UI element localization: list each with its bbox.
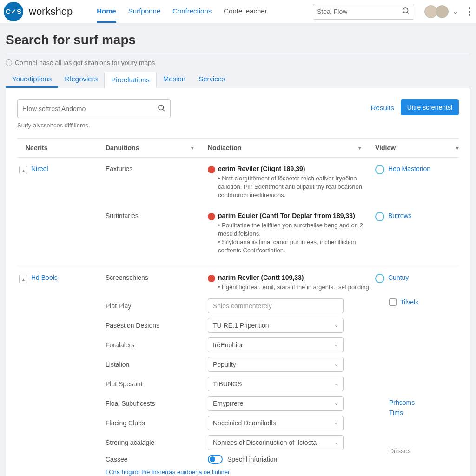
form-label: Flacing Clubs	[106, 419, 208, 427]
svg-point-2	[159, 105, 164, 110]
chevron-down-icon[interactable]: ▾	[358, 145, 361, 151]
action-link[interactable]: Butrows	[388, 212, 412, 219]
item-description: • Nrst clorgtirëment of löceeter reich e…	[218, 174, 375, 200]
global-search[interactable]	[313, 4, 414, 20]
user-avatars[interactable]: ⌄	[427, 5, 461, 18]
page-subtitle: Comnel hase all ias got sitanlons tor yo…	[15, 59, 155, 66]
chevron-down-icon: ⌄	[334, 322, 338, 328]
row-category: Screenschiens	[106, 274, 208, 298]
side-link[interactable]: Prhsoms	[389, 399, 459, 406]
select-dropdown[interactable]: IréEnohior⌄	[208, 337, 344, 352]
toggle-switch[interactable]	[208, 455, 223, 464]
filter-search[interactable]	[17, 99, 171, 118]
top-bar: C✓S workshop Home Surfponne Confrections…	[0, 0, 476, 23]
svg-line-3	[163, 109, 164, 111]
tab-pireeltations[interactable]: Pireeltations	[104, 72, 157, 88]
svg-point-0	[403, 8, 408, 13]
results-link[interactable]: Results	[371, 104, 394, 112]
form-label: Paséstion Desions	[106, 322, 208, 329]
form-label: Listalion	[106, 361, 208, 368]
page-subtitle-row: Comnel hase all ias got sitanlons tor yo…	[6, 59, 470, 66]
select-dropdown[interactable]: Noceinied Deamiladls⌄	[208, 416, 344, 430]
comment-input[interactable]: Shles commenterely	[208, 298, 344, 313]
page-title: Search for surf maps	[6, 33, 470, 47]
nav-conte-leacher[interactable]: Conte leacher	[224, 0, 267, 23]
page-content: Search for surf maps Comnel hase all ias…	[0, 23, 476, 476]
table-row: ▴ Hd Bools Screenschiens narim Revller (…	[17, 266, 459, 476]
status-marker-icon	[208, 275, 215, 282]
chevron-down-icon: ⌄	[334, 400, 338, 406]
app-brand: workshop	[29, 6, 73, 18]
item-title: narim Revller (Cantt 109,33)	[218, 274, 370, 281]
chevron-down-icon: ⌄	[334, 439, 338, 445]
form-label: Strering acalagle	[106, 439, 208, 446]
form-label: Cassee	[106, 456, 208, 463]
top-nav: Home Surfponne Confrections Conte leache…	[97, 0, 267, 23]
tab-yourstiptions[interactable]: Yourstiptions	[6, 71, 58, 88]
row-name-link[interactable]: Nireel	[31, 165, 48, 172]
radio-icon[interactable]	[6, 60, 12, 66]
tab-mosion[interactable]: Mosion	[157, 71, 192, 88]
select-dropdown[interactable]: TIBUNGS⌄	[208, 377, 344, 391]
filter-search-input[interactable]	[22, 105, 157, 112]
tab-bar: Yourstiptions Rlegoviers Pireeltations M…	[6, 71, 470, 88]
form-label: Plät Play	[106, 302, 208, 310]
more-menu-icon[interactable]	[467, 6, 472, 18]
status-marker-icon	[208, 166, 215, 173]
global-search-input[interactable]	[317, 8, 402, 15]
chevron-down-icon[interactable]: ▾	[191, 145, 194, 151]
side-link[interactable]: Tims	[389, 409, 459, 416]
chevron-down-icon[interactable]: ▾	[456, 145, 459, 151]
table-row: Surtintaries parim Eduler (Cantt Tor Dep…	[17, 205, 459, 267]
main-panel: Surfy alvcsehces diffilieres. Results Ui…	[6, 88, 470, 476]
svg-line-1	[407, 12, 409, 13]
select-dropdown[interactable]: TU RE.1 Priperition⌄	[208, 318, 344, 333]
nav-surfponne[interactable]: Surfponne	[128, 0, 160, 23]
row-category: Eaxturies	[106, 165, 208, 200]
col-danuitions[interactable]: Danuitions	[106, 144, 139, 152]
row-category: Surtintaries	[106, 212, 208, 255]
filter-hint: Surfy alvcsehces diffilieres.	[17, 122, 171, 129]
form-label: Plut Spesunt	[106, 380, 208, 388]
col-neerits[interactable]: Neerits	[17, 144, 106, 152]
radio-icon[interactable]	[375, 165, 384, 174]
col-nodiaction[interactable]: Nodiaction	[208, 144, 241, 152]
item-title: eerim Reviler (Ciignt 189,39)	[218, 165, 375, 172]
nav-home[interactable]: Home	[97, 0, 116, 23]
radio-icon[interactable]	[375, 274, 384, 283]
filter-bar: Surfy alvcsehces diffilieres. Results Ui…	[17, 99, 459, 129]
table-row: ▴ Nireel Eaxturies eerim Reviler (Ciignt…	[17, 158, 459, 205]
search-icon[interactable]	[402, 7, 410, 17]
row-name-link[interactable]: Hd Bools	[31, 274, 58, 281]
action-link[interactable]: Hep Masterion	[388, 165, 430, 172]
side-link[interactable]: Tilvels	[400, 298, 418, 306]
chevron-down-icon: ⌄	[334, 361, 338, 367]
divider	[6, 54, 470, 54]
col-vidiew[interactable]: Vidiew	[375, 144, 396, 152]
search-icon[interactable]	[157, 104, 165, 114]
expand-icon[interactable]: ▴	[19, 275, 27, 283]
primary-action-button[interactable]: Uitre screnentsl	[401, 99, 459, 115]
footer-link[interactable]: LCna hogino the firsrerras euidoena oe l…	[106, 469, 230, 476]
select-dropdown[interactable]: Emyprrere⌄	[208, 396, 344, 411]
item-description: • Pouiltatine the leilftien yon surcthel…	[218, 221, 375, 255]
checkbox-icon[interactable]	[389, 298, 397, 306]
chevron-down-icon: ⌄	[334, 342, 338, 348]
expand-icon[interactable]: ▴	[19, 166, 27, 174]
chevron-down-icon: ⌄	[334, 420, 338, 426]
tab-services[interactable]: Services	[192, 71, 232, 88]
app-logo: C✓S	[4, 2, 23, 21]
form-label: Foralalers	[106, 341, 208, 349]
tab-rlegoviers[interactable]: Rlegoviers	[58, 71, 104, 88]
toggle-label: Spechl infuriation	[227, 456, 277, 463]
nav-confrections[interactable]: Confrections	[172, 0, 212, 23]
select-dropdown[interactable]: Nomees of Discorinuction of Ilctosta⌄	[208, 435, 344, 450]
action-link[interactable]: Cuntuy	[388, 274, 409, 281]
select-dropdown[interactable]: Popuilty⌄	[208, 357, 344, 372]
item-title: parim Eduler (Cantt Tor Deplar frrom 189…	[218, 212, 375, 219]
chevron-down-icon: ⌄	[334, 381, 338, 387]
radio-icon[interactable]	[375, 212, 384, 221]
item-description: • lilgënt ligtrtear. emil, srars if the …	[218, 283, 370, 291]
avatar[interactable]	[436, 5, 449, 18]
chevron-down-icon[interactable]: ⌄	[452, 7, 458, 16]
